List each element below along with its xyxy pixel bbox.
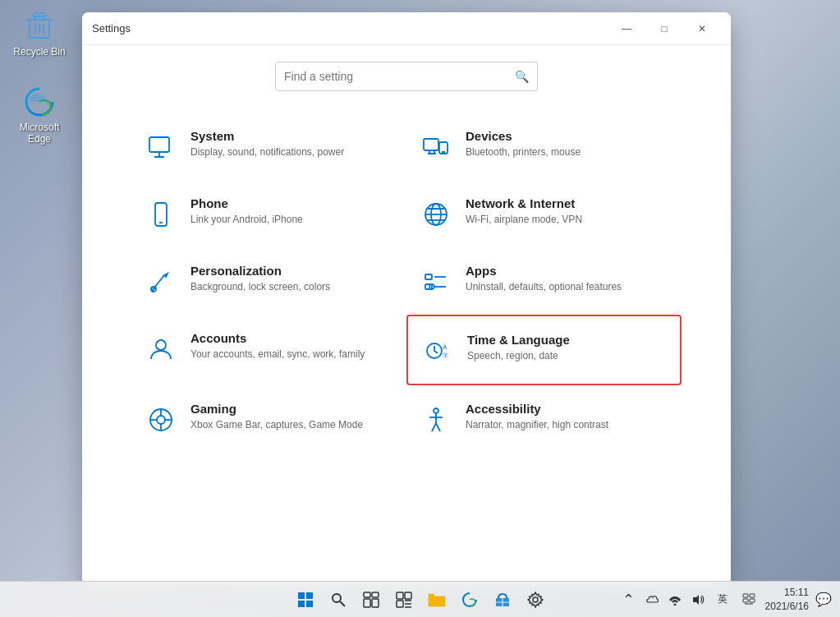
taskview-button[interactable] bbox=[356, 585, 386, 615]
date-display: 2021/6/16 bbox=[765, 600, 809, 614]
minimize-button[interactable]: — bbox=[608, 16, 645, 42]
network-icon bbox=[420, 198, 452, 231]
svg-point-39 bbox=[434, 408, 438, 413]
svg-rect-52 bbox=[364, 599, 370, 607]
settings-item-time-language[interactable]: A 字 Time & Language Speech, region, date bbox=[406, 315, 682, 385]
accessibility-title: Accessibility bbox=[466, 402, 608, 416]
cloud-icon[interactable] bbox=[642, 590, 662, 610]
system-tray: ⌃ bbox=[619, 588, 760, 611]
svg-point-48 bbox=[333, 594, 341, 602]
svg-marker-65 bbox=[693, 595, 699, 605]
svg-point-64 bbox=[673, 603, 676, 605]
svg-rect-56 bbox=[397, 601, 403, 607]
apps-icon bbox=[420, 265, 452, 298]
svg-rect-6 bbox=[149, 137, 169, 152]
svg-point-34 bbox=[157, 416, 165, 424]
language-indicator[interactable]: 英 bbox=[711, 588, 734, 611]
titlebar: Settings — □ ✕ bbox=[82, 12, 731, 45]
personalization-desc: Background, lock screen, colors bbox=[190, 280, 330, 294]
taskbar: ⌃ bbox=[0, 581, 840, 617]
accounts-title: Accounts bbox=[190, 331, 365, 345]
accounts-desc: Your accounts, email, sync, work, family bbox=[190, 348, 365, 361]
edge-icon[interactable]: Microsoft Edge bbox=[7, 82, 72, 149]
devices-desc: Bluetooth, printers, mouse bbox=[466, 145, 581, 159]
widgets-button[interactable] bbox=[389, 585, 419, 615]
phone-desc: Link your Android, iPhone bbox=[190, 213, 303, 227]
ime-icon[interactable] bbox=[737, 588, 760, 611]
start-button[interactable] bbox=[291, 585, 320, 615]
network-title: Network & Internet bbox=[466, 196, 582, 210]
system-icon bbox=[145, 131, 177, 163]
search-box: 🔍 bbox=[275, 62, 538, 91]
taskbar-search-button[interactable] bbox=[324, 585, 353, 615]
personalization-icon bbox=[145, 265, 177, 298]
window-controls: — □ ✕ bbox=[608, 16, 721, 42]
settings-item-personalization[interactable]: Personalization Background, lock screen,… bbox=[131, 247, 406, 315]
time-display: 15:11 bbox=[765, 586, 809, 600]
close-button[interactable]: ✕ bbox=[683, 16, 721, 42]
window-title: Settings bbox=[92, 22, 608, 35]
svg-rect-66 bbox=[743, 594, 748, 597]
apps-desc: Uninstall, defaults, optional features bbox=[466, 280, 622, 294]
settings-content: System Display, sound, notifications, po… bbox=[82, 104, 731, 587]
settings-item-phone[interactable]: Phone Link your Android, iPhone bbox=[131, 180, 406, 247]
gaming-desc: Xbox Game Bar, captures, Game Mode bbox=[190, 418, 363, 432]
network-icon[interactable] bbox=[665, 590, 685, 610]
settings-item-apps[interactable]: Apps Uninstall, defaults, optional featu… bbox=[406, 247, 682, 315]
settings-window: Settings — □ ✕ 🔍 bbox=[82, 12, 731, 587]
svg-line-49 bbox=[340, 601, 345, 606]
accounts-icon bbox=[145, 333, 177, 366]
explorer-button[interactable] bbox=[422, 585, 452, 615]
svg-rect-47 bbox=[306, 601, 313, 607]
chevron-up-icon[interactable]: ⌃ bbox=[619, 590, 639, 610]
svg-rect-67 bbox=[750, 594, 755, 597]
gaming-title: Gaming bbox=[190, 402, 363, 416]
time-language-icon: A 字 bbox=[421, 334, 454, 367]
svg-rect-45 bbox=[306, 592, 313, 599]
devices-title: Devices bbox=[466, 129, 581, 143]
accessibility-icon bbox=[420, 403, 452, 436]
settings-item-network[interactable]: Network & Internet Wi-Fi, airplane mode,… bbox=[406, 180, 682, 247]
search-input[interactable] bbox=[284, 70, 515, 83]
svg-rect-68 bbox=[743, 599, 748, 602]
time-language-desc: Speech, region, date bbox=[467, 349, 570, 363]
network-desc: Wi-Fi, airplane mode, VPN bbox=[466, 213, 582, 227]
settings-item-gaming[interactable]: Gaming Xbox Game Bar, captures, Game Mod… bbox=[131, 385, 406, 453]
svg-rect-24 bbox=[425, 274, 432, 279]
svg-rect-46 bbox=[298, 601, 305, 607]
notification-button[interactable]: 💬 bbox=[814, 585, 833, 615]
settings-item-accounts[interactable]: Accounts Your accounts, email, sync, wor… bbox=[131, 315, 406, 385]
settings-item-accessibility[interactable]: Accessibility Narrator, magnifier, high … bbox=[406, 385, 682, 453]
recycle-bin-icon[interactable]: Recycle Bin bbox=[7, 7, 72, 61]
personalization-title: Personalization bbox=[190, 264, 330, 278]
svg-rect-51 bbox=[372, 592, 379, 597]
system-title: System bbox=[190, 129, 344, 143]
system-desc: Display, sound, notifications, power bbox=[190, 145, 344, 159]
search-icon[interactable]: 🔍 bbox=[515, 70, 529, 83]
taskbar-settings-button[interactable] bbox=[521, 585, 550, 615]
svg-line-43 bbox=[436, 423, 440, 431]
settings-item-devices[interactable]: Devices Bluetooth, printers, mouse bbox=[406, 113, 682, 180]
taskbar-right: ⌃ bbox=[619, 585, 833, 615]
settings-item-system[interactable]: System Display, sound, notifications, po… bbox=[131, 113, 406, 180]
taskbar-edge-button[interactable] bbox=[455, 585, 484, 615]
taskbar-clock[interactable]: 15:11 2021/6/16 bbox=[765, 586, 809, 614]
maximize-button[interactable]: □ bbox=[645, 16, 683, 42]
accessibility-desc: Narrator, magnifier, high contrast bbox=[466, 418, 608, 432]
apps-title: Apps bbox=[466, 264, 622, 278]
edge-label: Microsoft Edge bbox=[10, 122, 69, 145]
svg-rect-2 bbox=[34, 16, 44, 20]
svg-rect-44 bbox=[298, 592, 305, 599]
desktop: Recycle Bin Microsoft Edge Settings bbox=[0, 0, 840, 617]
phone-title: Phone bbox=[190, 196, 303, 210]
svg-text:A: A bbox=[443, 343, 448, 351]
phone-icon bbox=[145, 198, 177, 231]
volume-icon[interactable] bbox=[688, 590, 708, 610]
svg-rect-53 bbox=[372, 599, 379, 607]
svg-rect-69 bbox=[750, 599, 755, 602]
search-container: 🔍 bbox=[82, 45, 731, 104]
store-button[interactable] bbox=[488, 585, 517, 615]
settings-grid: System Display, sound, notifications, po… bbox=[131, 113, 682, 453]
svg-text:字: 字 bbox=[443, 352, 448, 358]
time-language-title: Time & Language bbox=[467, 333, 570, 347]
